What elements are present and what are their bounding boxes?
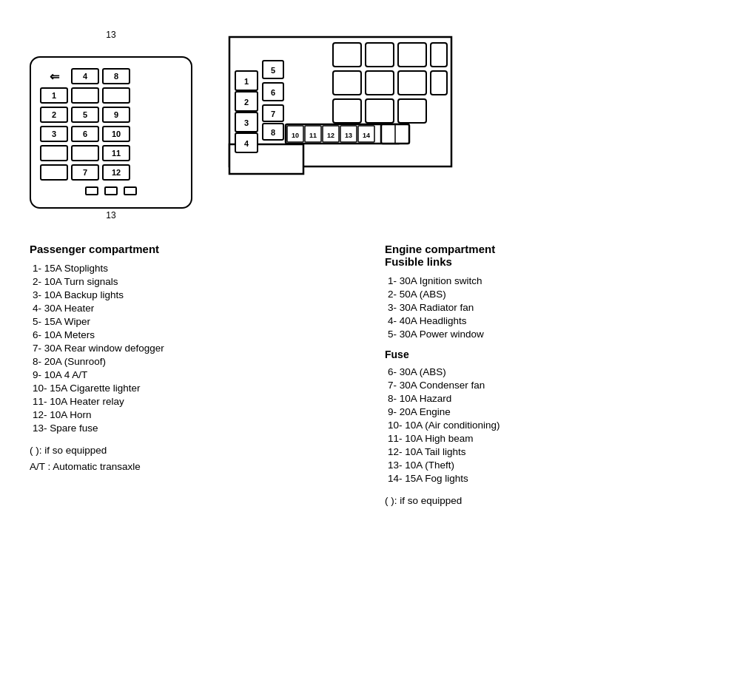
svg-text:6: 6 [271, 88, 275, 97]
engine-title-text: Engine compartment [385, 243, 495, 255]
bottom-tab-box-left [85, 186, 98, 195]
list-item: 8- 10A Hazard [385, 393, 710, 404]
bottom-tabs [40, 186, 182, 195]
engine-text-section: Engine compartment Fusible links 1- 30A … [385, 243, 710, 509]
svg-text:14: 14 [363, 132, 370, 139]
svg-text:13: 13 [345, 132, 352, 139]
svg-text:4: 4 [244, 139, 249, 148]
list-item: 13- 10A (Theft) [385, 460, 710, 471]
fuse-row-3: 2 5 9 [40, 107, 182, 123]
list-item: 2- 50A (ABS) [385, 289, 710, 300]
svg-rect-4 [398, 43, 426, 67]
passenger-text-section: Passenger compartment 1- 15A Stoplights … [30, 243, 355, 474]
svg-rect-7 [366, 71, 394, 95]
svg-text:7: 7 [271, 110, 275, 118]
list-item: 3- 30A Radiator fan [385, 302, 710, 313]
engine-footnote-line-1: ( ): if so equipped [385, 493, 710, 509]
passenger-diagram: ⇐ 4 8 1 2 5 9 [30, 56, 192, 209]
list-item: 10- 10A (Air conditioning) [385, 420, 710, 431]
diagrams-row: 13 ⇐ 4 8 1 [15, 15, 725, 228]
fuse-row-6: 7 12 [40, 164, 182, 181]
engine-diagram-container: 1 2 3 4 5 6 7 8 [222, 30, 474, 195]
fuse-cell-blank-a [71, 87, 99, 104]
list-item: 4- 30A Heater [30, 303, 355, 314]
fuse-cell-9: 9 [102, 107, 130, 123]
svg-rect-12 [398, 99, 426, 123]
fuse-cell-12: 12 [102, 164, 130, 181]
svg-rect-3 [366, 43, 394, 67]
fuse-row-2: 1 [40, 87, 182, 104]
list-item: 9- 20A Engine [385, 406, 710, 417]
list-item: 3- 10A Backup lights [30, 289, 355, 300]
svg-rect-9 [431, 71, 447, 95]
fuse-cell-7: 7 [71, 164, 99, 181]
arrow-cell: ⇐ [40, 68, 68, 84]
fuse-cell-4: 4 [71, 68, 99, 84]
fuse-row-1: ⇐ 4 8 [40, 68, 182, 84]
fuse-sub-title: Fuse [385, 349, 710, 360]
passenger-diagram-container: 13 ⇐ 4 8 1 [30, 30, 192, 221]
passenger-bottom-label: 13 [106, 210, 115, 221]
passenger-top-label: 13 [106, 30, 115, 40]
fuse-cell-6: 6 [71, 126, 99, 142]
list-item: 5- 15A Wiper [30, 316, 355, 327]
svg-text:2: 2 [244, 98, 249, 107]
list-item: 13- Spare fuse [30, 423, 355, 434]
svg-rect-10 [333, 99, 361, 123]
footnote-line-2: A/T : Automatic transaxle [30, 459, 355, 475]
list-item: 9- 10A 4 A/T [30, 369, 355, 380]
fuse-cell-blank-b [102, 87, 130, 104]
fusible-links-list: 1- 30A Ignition switch 2- 50A (ABS) 3- 3… [385, 275, 710, 340]
list-item: 8- 20A (Sunroof) [30, 356, 355, 367]
passenger-fuse-grid: ⇐ 4 8 1 2 5 9 [40, 68, 182, 181]
main-container: 13 ⇐ 4 8 1 [15, 15, 725, 509]
fuse-cell-1: 1 [40, 87, 68, 104]
bottom-tab-box-mid [104, 186, 118, 195]
list-item: 4- 40A Headlights [385, 315, 710, 326]
fuse-cell-2: 2 [40, 107, 68, 123]
svg-rect-8 [398, 71, 426, 95]
list-item: 1- 30A Ignition switch [385, 275, 710, 286]
list-item: 11- 10A High beam [385, 433, 710, 444]
engine-subtitle-text: Fusible links [385, 255, 452, 268]
fuse-cell-blank-d [71, 145, 99, 161]
svg-rect-2 [333, 43, 361, 67]
bottom-tab-mid [104, 186, 118, 195]
list-item: 1- 15A Stoplights [30, 263, 355, 274]
fuse-cell-3: 3 [40, 126, 68, 142]
passenger-fuse-list: 1- 15A Stoplights 2- 10A Turn signals 3-… [30, 263, 355, 434]
svg-text:11: 11 [309, 132, 317, 139]
text-row: Passenger compartment 1- 15A Stoplights … [15, 243, 725, 509]
svg-text:5: 5 [271, 66, 275, 75]
bottom-tab-left [85, 186, 98, 195]
list-item: 10- 15A Cigarette lighter [30, 383, 355, 394]
fuse-cell-10: 10 [102, 126, 130, 142]
svg-text:1: 1 [244, 77, 249, 86]
svg-rect-5 [431, 43, 447, 67]
fuse-cell-5: 5 [71, 107, 99, 123]
list-item: 2- 10A Turn signals [30, 276, 355, 287]
list-item: 7- 30A Rear window defogger [30, 343, 355, 354]
list-item: 14- 15A Fog lights [385, 473, 710, 484]
fuse-cell-blank-e [40, 164, 68, 181]
fuse-row-5: 11 [40, 145, 182, 161]
fuse-cell-11: 11 [102, 145, 130, 161]
footnote-line-1: ( ): if so equipped [30, 442, 355, 459]
passenger-footnote: ( ): if so equipped A/T : Automatic tran… [30, 442, 355, 474]
bottom-tab-box-right [124, 186, 137, 195]
list-item: 5- 30A Power window [385, 329, 710, 340]
passenger-section-title: Passenger compartment [30, 243, 355, 255]
fuse-cell-8: 8 [102, 68, 130, 84]
engine-footnote: ( ): if so equipped [385, 493, 710, 509]
svg-text:8: 8 [271, 128, 275, 137]
svg-rect-11 [366, 99, 394, 123]
list-item: 7- 30A Condenser fan [385, 380, 710, 391]
fuse-cell-blank-c [40, 145, 68, 161]
bottom-tab-right [124, 186, 137, 195]
list-item: 11- 10A Heater relay [30, 396, 355, 407]
engine-diagram-svg: 1 2 3 4 5 6 7 8 [222, 30, 474, 192]
engine-section-title: Engine compartment Fusible links [385, 243, 710, 268]
svg-rect-6 [333, 71, 361, 95]
svg-text:10: 10 [292, 132, 299, 139]
engine-fuse-list: 6- 30A (ABS) 7- 30A Condenser fan 8- 10A… [385, 366, 710, 484]
